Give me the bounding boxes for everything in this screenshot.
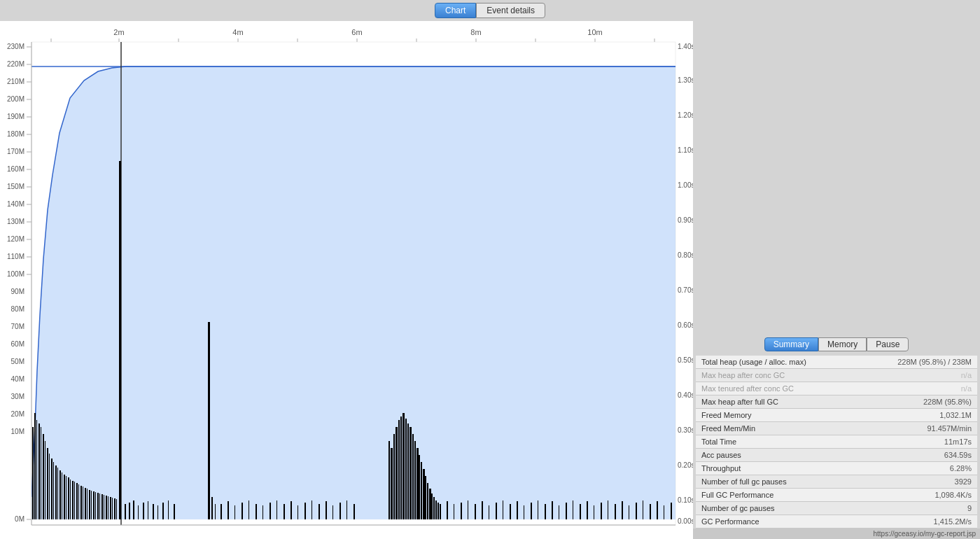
svg-rect-181 (489, 505, 489, 519)
svg-rect-186 (524, 505, 524, 519)
svg-rect-168 (427, 483, 428, 519)
svg-rect-179 (475, 504, 476, 519)
event-details-tab[interactable]: Event details (476, 3, 545, 18)
svg-rect-138 (270, 503, 271, 519)
svg-rect-174 (440, 504, 441, 519)
svg-rect-79 (41, 427, 41, 519)
svg-text:50M: 50M (11, 358, 24, 365)
table-row: Number of gc pauses9 (696, 502, 977, 515)
svg-rect-199 (615, 504, 616, 519)
svg-text:0.60s: 0.60s (678, 321, 693, 329)
svg-rect-137 (262, 505, 263, 519)
stat-value: 228M (95.8%) / 238M (858, 356, 977, 369)
svg-rect-161 (412, 434, 414, 519)
svg-rect-182 (496, 503, 497, 519)
table-row: Total heap (usage / alloc. max)228M (95.… (696, 356, 977, 369)
svg-text:1.40s: 1.40s (678, 43, 693, 50)
svg-text:80M: 80M (11, 305, 24, 313)
svg-text:190M: 190M (7, 113, 24, 120)
svg-rect-200 (622, 501, 623, 519)
svg-text:0.90s: 0.90s (678, 216, 693, 224)
svg-rect-121 (143, 503, 144, 519)
summary-tab[interactable]: Summary (764, 337, 818, 351)
svg-rect-128 (208, 322, 210, 519)
stat-label: Acc pauses (696, 449, 858, 462)
svg-rect-115 (116, 499, 117, 519)
svg-rect-150 (354, 504, 355, 519)
svg-rect-140 (284, 504, 285, 519)
stat-value: n/a (858, 382, 977, 396)
svg-rect-172 (435, 500, 437, 519)
svg-rect-204 (650, 504, 651, 519)
svg-text:220M: 220M (7, 60, 24, 68)
svg-rect-147 (332, 505, 333, 519)
svg-rect-169 (429, 489, 431, 519)
svg-rect-103 (91, 491, 92, 519)
pause-tab[interactable]: Pause (867, 337, 909, 351)
memory-tab[interactable]: Memory (818, 337, 867, 351)
svg-text:110M: 110M (7, 253, 24, 260)
svg-rect-126 (168, 500, 169, 519)
stat-value: 1,032.1M (858, 409, 977, 422)
chart-tab[interactable]: Chart (435, 3, 476, 18)
stat-value: 3929 (858, 475, 977, 489)
svg-rect-132 (227, 501, 229, 519)
svg-text:130M: 130M (7, 218, 24, 225)
svg-rect-139 (276, 500, 277, 519)
stat-value: 9 (858, 502, 977, 515)
svg-rect-166 (423, 469, 425, 519)
svg-rect-82 (47, 448, 48, 519)
svg-rect-98 (80, 486, 82, 519)
svg-text:60M: 60M (11, 340, 24, 348)
svg-rect-93 (70, 479, 71, 519)
svg-rect-92 (68, 477, 69, 519)
svg-text:1.30s: 1.30s (678, 76, 693, 84)
svg-rect-184 (510, 504, 511, 519)
svg-rect-104 (93, 491, 94, 519)
svg-rect-118 (129, 503, 130, 519)
svg-text:0M: 0M (15, 515, 24, 523)
table-row: Max tenured after conc GCn/a (696, 382, 977, 396)
svg-text:150M: 150M (7, 183, 24, 190)
svg-rect-112 (110, 497, 111, 519)
svg-rect-116 (119, 161, 121, 519)
svg-rect-207 (671, 503, 672, 519)
svg-rect-170 (431, 493, 433, 519)
stat-label: Number of gc pauses (696, 502, 858, 515)
svg-rect-185 (517, 501, 518, 519)
svg-rect-178 (468, 500, 468, 519)
table-row: Full GC Performance1,098.4K/s (696, 489, 977, 502)
svg-text:8m: 8m (470, 28, 481, 36)
svg-text:40M: 40M (11, 375, 24, 383)
svg-rect-149 (346, 500, 347, 519)
svg-rect-158 (405, 419, 407, 519)
svg-text:90M: 90M (11, 288, 24, 295)
svg-rect-194 (580, 504, 581, 519)
stat-value: n/a (858, 369, 977, 382)
svg-rect-205 (657, 501, 658, 519)
svg-rect-173 (438, 503, 439, 519)
svg-rect-133 (234, 505, 235, 519)
summary-tab-bar: Summary Memory Pause (693, 332, 980, 356)
table-row: Total Time11m17s (696, 435, 977, 449)
svg-rect-134 (241, 503, 243, 519)
svg-text:0.40s: 0.40s (678, 391, 693, 399)
svg-rect-102 (89, 490, 90, 519)
svg-rect-129 (211, 497, 213, 519)
table-row: Freed Mem/Min91.457M/min (696, 422, 977, 435)
svg-rect-193 (573, 500, 573, 519)
svg-rect-113 (112, 498, 113, 519)
stat-value: 228M (95.8%) (858, 396, 977, 409)
stat-label: Total Time (696, 435, 858, 449)
stats-wrapper: Total heap (usage / alloc. max)228M (95.… (693, 356, 980, 528)
stat-label: GC Performance (696, 515, 858, 528)
svg-rect-141 (290, 501, 292, 519)
svg-rect-76 (34, 413, 36, 519)
svg-rect-143 (304, 503, 306, 519)
svg-text:0.00s: 0.00s (678, 517, 693, 525)
svg-rect-120 (138, 505, 139, 519)
svg-rect-86 (55, 465, 57, 519)
svg-rect-85 (53, 462, 54, 519)
svg-rect-130 (215, 504, 216, 519)
svg-rect-201 (629, 505, 629, 519)
